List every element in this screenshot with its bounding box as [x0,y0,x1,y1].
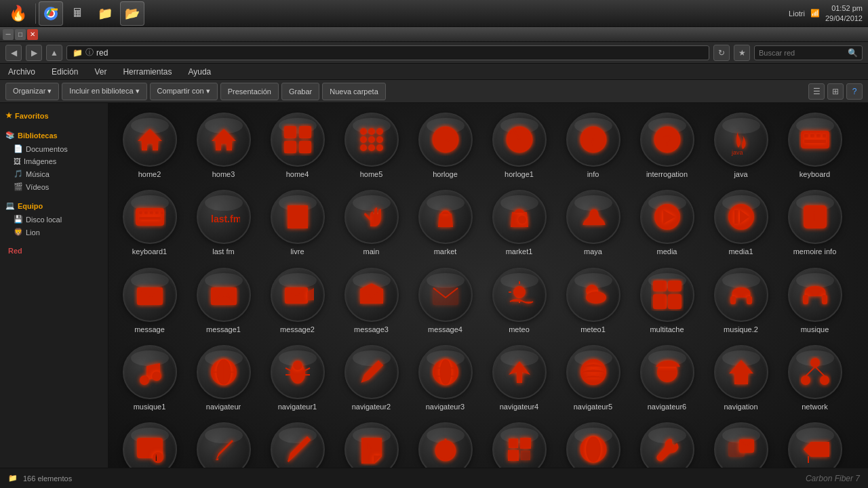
ubuntu-icon[interactable]: 🔥 [5,1,30,26]
menu-ver[interactable]: Ver [92,66,109,78]
icon-item-note1[interactable]: note1 [188,418,259,468]
icon-item-home3[interactable]: home3 [188,108,259,183]
menu-archivo[interactable]: Archivo [5,66,38,78]
forward-button[interactable]: ▶ [26,45,42,61]
icon-item-market1[interactable]: market1 [484,186,555,260]
icon-item-note2[interactable]: note2 [262,418,333,468]
menu-ayuda[interactable]: Ayuda [185,66,214,78]
icon-label-navigateur2: navigateur2 [352,402,391,411]
icon-item-navigateur3[interactable]: navigateur3 [410,341,481,415]
icon-item-home2[interactable]: home2 [114,108,185,183]
files-icon[interactable]: 📁 [93,1,117,26]
icon-item-navigation[interactable]: navigation [705,341,776,415]
icon-item-media1[interactable]: media1 [705,186,776,260]
svg-rect-4 [299,126,311,138]
maximize-button[interactable]: □ [15,29,26,40]
icon-item-outils[interactable]: outils [631,418,703,468]
back-button[interactable]: ◀ [5,45,22,61]
icon-item-navigateur4[interactable]: navigateur4 [484,341,555,415]
minimize-button[interactable]: ─ [3,29,14,40]
sidebar-header-equipo[interactable]: 💻 Equipo [0,199,108,213]
icon-item-notes[interactable]: N notes [336,418,407,468]
icon-item-meteo1[interactable]: meteo1 [557,264,629,338]
icon-item-keyboard[interactable]: keyboard [779,108,850,183]
close-button[interactable]: ✕ [27,29,38,40]
sidebar-item-disco[interactable]: 💾 Disco local [0,213,108,226]
icon-item-message[interactable]: message [114,264,185,338]
icon-item-info[interactable]: i info [557,108,629,183]
icon-item-network[interactable]: network [779,341,850,415]
view-details-icon[interactable]: ☰ [808,83,825,100]
icon-item-last_fm[interactable]: last.fm last fm [188,186,259,260]
icon-item-meteo[interactable]: meteo [484,264,555,338]
icon-item-navigateur1[interactable]: navigateur1 [262,341,333,415]
presentacion-button[interactable]: Presentación [220,83,279,100]
sidebar-header-bibliotecas[interactable]: 📚 Bibliotecas [0,128,108,142]
icon-item-message4[interactable]: message4 [410,264,481,338]
folder-icon[interactable]: 📂 [120,1,144,26]
help-icon[interactable]: ? [846,83,863,100]
menu-herramientas[interactable]: Herramientas [120,66,174,78]
icon-item-home4[interactable]: home4 [262,108,333,183]
icon-label-maya: maya [584,247,602,256]
search-icon[interactable]: 🔍 [848,48,858,58]
icon-circle-keyboard [788,113,842,167]
search-box[interactable]: Buscar red 🔍 [754,45,863,60]
up-button[interactable]: ▲ [46,45,62,61]
icon-label-java: java [734,169,747,179]
sidebar-item-documentos[interactable]: 📄 Documentos [0,142,108,155]
icon-item-off[interactable]: off [410,418,481,468]
menu-bar: Archivo Edición Ver Herramientas Ayuda [0,64,868,80]
icon-item-musique1[interactable]: musique1 [114,341,185,415]
menu-edicion[interactable]: Edición [49,66,81,78]
sidebar-item-imagenes[interactable]: 🖼 Imágenes [0,155,108,167]
icon-item-message2[interactable]: message2 [262,264,333,338]
chrome-icon[interactable] [39,1,63,26]
organizar-button[interactable]: Organizar ▾ [5,83,59,100]
icon-item-market[interactable]: market [410,186,481,260]
icon-item-keyboard1[interactable]: keyboard1 [114,186,185,260]
icon-item-message3[interactable]: message3 [336,264,407,338]
sidebar-item-videos[interactable]: 🎬 Vídeos [0,180,108,193]
icon-item-nformations[interactable]: i nformations applications [114,418,185,468]
icon-item-pancarte[interactable]: pancarte [779,418,850,468]
icon-item-media[interactable]: media [631,186,703,260]
icon-item-java[interactable]: java java [705,108,776,183]
icon-item-navigateur5[interactable]: navigateur5 [557,341,629,415]
icon-item-outlook[interactable]: outlook [705,418,776,468]
icon-item-horloge1[interactable]: horloge1 [484,108,555,183]
star-icon[interactable]: ★ [734,45,750,61]
icon-item-navigateur[interactable]: navigateur [188,341,259,415]
icon-item-message1[interactable]: message1 [188,264,259,338]
icon-item-memoire_info[interactable]: i memoire info [779,186,850,260]
sidebar-item-musica[interactable]: 🎵 Música [0,167,108,180]
sidebar-header-favoritos[interactable]: ★ Favoritos [0,108,108,123]
icon-item-livre[interactable]: livre [262,186,333,260]
sidebar-item-lion[interactable]: 🦁 Lion [0,226,108,239]
grabar-button[interactable]: Grabar [281,83,319,100]
nueva-carpeta-button[interactable]: Nueva carpeta [322,83,386,100]
main-area: ★ Favoritos 📚 Bibliotecas 📄 Documentos 🖼… [0,103,868,468]
compartir-button[interactable]: Compartir con ▾ [150,83,218,100]
icon-item-multitache[interactable]: multitache [631,264,703,338]
icon-item-navigateur2[interactable]: navigateur2 [336,341,407,415]
icon-item-home5[interactable]: home5 [336,108,407,183]
incluir-biblioteca-button[interactable]: Incluir en biblioteca ▾ [62,83,146,100]
content-area: home2 home3 home4 home5 horloge horloge1… [108,103,868,468]
icon-item-musique[interactable]: musique [779,264,850,338]
icon-item-interrogation[interactable]: ? interrogation [631,108,703,183]
sidebar-header-red[interactable]: Red [0,244,108,258]
svg-line-82 [304,368,310,371]
icon-item-maya[interactable]: maya [557,186,629,260]
icon-item-office[interactable]: office [484,418,555,468]
icon-item-main[interactable]: main [336,186,407,260]
icon-item-musique2[interactable]: musique.2 [705,264,776,338]
icon-item-horloge[interactable]: horloge [410,108,481,183]
icon-item-navigateur6[interactable]: navigateur6 [631,341,703,415]
view-grid-icon[interactable]: ⊞ [827,83,844,100]
refresh-icon[interactable]: ↻ [713,45,730,61]
icon-item-opera[interactable]: opera [557,418,629,468]
address-path[interactable]: 📁 ⓘ red [66,45,709,60]
calculator-icon[interactable]: 🖩 [66,1,90,26]
svg-text:i: i [591,131,595,150]
